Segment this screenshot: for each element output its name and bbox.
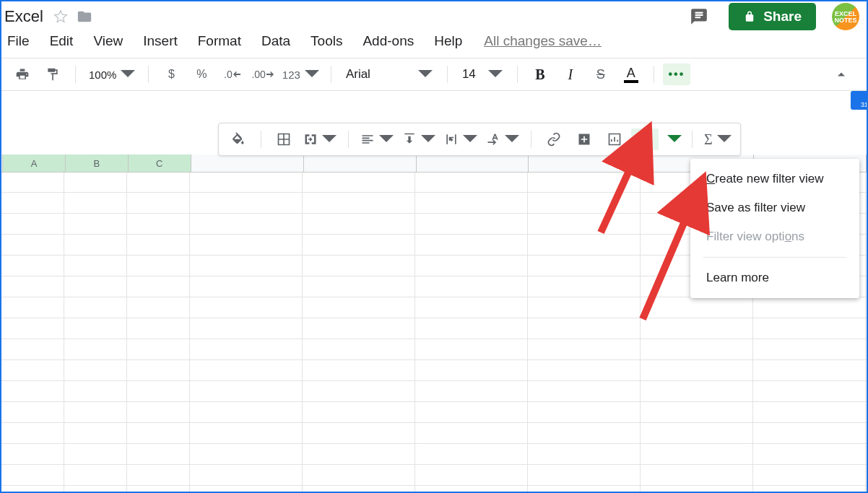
grid-cell[interactable]: [753, 423, 866, 443]
grid-cell[interactable]: [415, 444, 528, 464]
menu-item-save-filter-view[interactable]: Save as filter view: [690, 193, 859, 222]
grid-cell[interactable]: [127, 402, 190, 422]
grid-cell[interactable]: [415, 486, 528, 493]
grid-cell[interactable]: [1, 486, 64, 493]
grid-cell[interactable]: [127, 360, 190, 380]
grid-cell[interactable]: [64, 318, 127, 339]
merge-cells-button[interactable]: [300, 128, 339, 150]
star-icon[interactable]: [53, 9, 68, 24]
grid-cell[interactable]: [64, 214, 127, 234]
grid-cell[interactable]: [641, 486, 753, 493]
grid-cell[interactable]: [127, 486, 190, 493]
grid-cell[interactable]: [1, 465, 64, 485]
grid-cell[interactable]: [753, 444, 866, 464]
grid-cell[interactable]: [415, 318, 528, 339]
grid-cell[interactable]: [753, 465, 866, 485]
grid-cell[interactable]: [528, 402, 641, 422]
grid-cell[interactable]: [64, 486, 127, 493]
grid-cell[interactable]: [641, 444, 753, 464]
increase-decimal-button[interactable]: .00: [248, 64, 276, 85]
grid-cell[interactable]: [127, 214, 190, 234]
grid-cell[interactable]: [303, 172, 415, 192]
grid-cell[interactable]: [641, 402, 753, 422]
grid-cell[interactable]: [303, 339, 415, 359]
insert-link-button[interactable]: [540, 128, 568, 150]
grid-cell[interactable]: [303, 423, 415, 443]
grid-cell[interactable]: [415, 172, 528, 192]
grid-cell[interactable]: [303, 444, 415, 464]
grid-cell[interactable]: [528, 339, 641, 359]
grid-cell[interactable]: [303, 235, 415, 255]
column-header-blank[interactable]: [304, 154, 417, 172]
column-header-B[interactable]: B: [66, 154, 129, 172]
grid-cell[interactable]: [127, 193, 190, 213]
grid-cell[interactable]: [127, 465, 190, 485]
grid-cell[interactable]: [64, 402, 127, 422]
grid-cell[interactable]: [190, 193, 303, 213]
more-formats-button[interactable]: 123: [279, 64, 322, 85]
menu-file[interactable]: File: [4, 32, 32, 51]
grid-cell[interactable]: [753, 381, 866, 401]
grid-cell[interactable]: [753, 318, 866, 339]
grid-cell[interactable]: [528, 465, 641, 485]
menu-item-learn-more[interactable]: Learn more: [690, 263, 859, 292]
grid-cell[interactable]: [190, 172, 303, 192]
grid-cell[interactable]: [127, 297, 190, 318]
vertical-align-button[interactable]: [399, 128, 438, 150]
grid-cell[interactable]: [753, 339, 866, 359]
collapse-toolbar-button[interactable]: [828, 64, 855, 85]
grid-cell[interactable]: [190, 486, 303, 493]
grid-cell[interactable]: [190, 339, 303, 359]
share-button[interactable]: Share: [729, 3, 816, 30]
grid-cell[interactable]: [303, 276, 415, 297]
grid-cell[interactable]: [127, 318, 190, 339]
grid-cell[interactable]: [64, 444, 127, 464]
grid-cell[interactable]: [127, 339, 190, 359]
menu-format[interactable]: Format: [195, 32, 244, 51]
menu-insert[interactable]: Insert: [140, 32, 181, 51]
menu-view[interactable]: View: [90, 32, 126, 51]
grid-cell[interactable]: [190, 276, 303, 297]
folder-icon[interactable]: [75, 9, 94, 25]
grid-cell[interactable]: [415, 276, 528, 297]
grid-cell[interactable]: [303, 193, 415, 213]
grid-cell[interactable]: [303, 318, 415, 339]
menu-item-create-filter-view[interactable]: Create new filter view: [690, 165, 859, 193]
grid-cell[interactable]: [1, 297, 64, 318]
grid-cell[interactable]: [1, 339, 64, 359]
grid-cell[interactable]: [1, 193, 64, 213]
save-status[interactable]: All changes save…: [484, 33, 602, 49]
column-header-C[interactable]: C: [129, 154, 191, 172]
grid-cell[interactable]: [415, 360, 528, 380]
grid-cell[interactable]: [127, 423, 190, 443]
grid-cell[interactable]: [190, 423, 303, 443]
functions-button[interactable]: Σ: [701, 128, 734, 150]
grid-cell[interactable]: [753, 297, 866, 318]
font-family-select[interactable]: Arial: [340, 64, 438, 85]
grid-cell[interactable]: [303, 465, 415, 485]
strikethrough-button[interactable]: S: [587, 64, 615, 85]
comments-button[interactable]: [687, 4, 711, 29]
grid-cell[interactable]: [190, 402, 303, 422]
grid-cell[interactable]: [303, 256, 415, 276]
menu-data[interactable]: Data: [259, 32, 293, 51]
grid-cell[interactable]: [127, 444, 190, 464]
grid-cell[interactable]: [1, 423, 64, 443]
grid-cell[interactable]: [127, 276, 190, 297]
italic-button[interactable]: I: [557, 64, 584, 85]
grid-cell[interactable]: [528, 486, 641, 493]
grid-cell[interactable]: [190, 360, 303, 380]
grid-cell[interactable]: [528, 444, 641, 464]
grid-cell[interactable]: [64, 423, 127, 443]
fill-color-button[interactable]: [225, 128, 252, 150]
grid-cell[interactable]: [127, 172, 190, 192]
grid-cell[interactable]: [190, 235, 303, 255]
grid-cell[interactable]: [64, 360, 127, 380]
filter-dropdown-button[interactable]: [661, 128, 683, 150]
account-avatar[interactable]: EXCEL NOTES: [832, 3, 859, 30]
menu-tools[interactable]: Tools: [308, 32, 345, 51]
grid-cell[interactable]: [753, 486, 866, 493]
grid-cell[interactable]: [415, 235, 528, 255]
grid-cell[interactable]: [528, 256, 641, 276]
grid-cell[interactable]: [528, 318, 641, 339]
